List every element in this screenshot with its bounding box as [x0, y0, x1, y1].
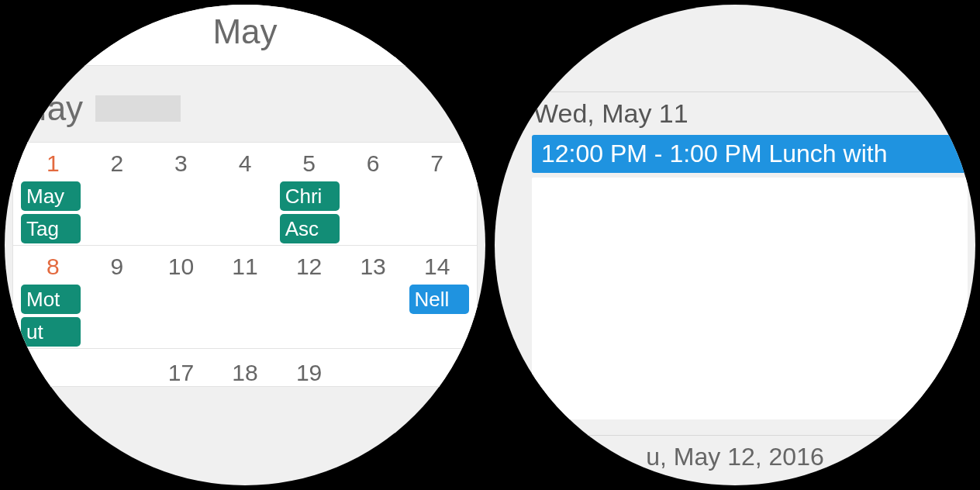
event-chip[interactable]: Asc	[280, 214, 340, 243]
day-header: Wed, May 11	[495, 92, 975, 133]
redacted-mask	[95, 95, 181, 122]
agenda-event[interactable]: 12:00 PM - 1:00 PM Lunch with	[532, 135, 968, 173]
month-title: May	[5, 5, 485, 66]
day-number-row: 1 2 3 4 5 6 7	[13, 143, 477, 180]
day-cell[interactable]: 14	[405, 254, 469, 280]
day-cell[interactable]	[341, 360, 405, 386]
event-row: May Chri	[13, 180, 477, 212]
day-cell[interactable]: 5	[277, 150, 341, 177]
month-subheader: May	[5, 66, 485, 142]
week-row: 1 2 3 4 5 6 7 May Chri Tag	[13, 143, 477, 246]
day-cell[interactable]: 12	[277, 254, 341, 280]
day-cell[interactable]: 9	[85, 254, 150, 280]
month-subtitle: May	[19, 89, 83, 128]
day-cell[interactable]	[405, 360, 469, 386]
day-cell[interactable]: 3	[149, 150, 213, 177]
day-cell[interactable]: 4	[213, 150, 278, 177]
day-cell[interactable]: 10	[149, 254, 213, 280]
day-cell[interactable]: 17	[149, 360, 213, 386]
event-chip[interactable]: May	[21, 181, 81, 211]
day-cell[interactable]: 19	[277, 360, 341, 386]
day-cell[interactable]: 6	[341, 150, 405, 177]
day-cell[interactable]: 2	[85, 150, 150, 177]
day-number-row: 8 9 10 11 12 13 14	[13, 246, 477, 283]
event-chip[interactable]: Chri	[280, 181, 340, 211]
day-cell[interactable]: 13	[341, 254, 405, 280]
event-row: ut	[13, 316, 477, 348]
event-chip[interactable]: Mot	[21, 285, 81, 314]
event-chip[interactable]: ut	[21, 317, 81, 347]
event-chip[interactable]: Tag	[21, 214, 81, 243]
day-cell[interactable]: 1	[21, 150, 85, 177]
day-cell[interactable]: 18	[213, 360, 278, 386]
next-day-header: u, May 12, 2016	[495, 435, 975, 471]
watch-left: May May 1 2 3 4 5 6 7 May Chri	[5, 5, 485, 485]
day-cell[interactable]: 11	[213, 254, 278, 280]
day-cell[interactable]	[85, 360, 150, 386]
calendar-grid: 1 2 3 4 5 6 7 May Chri Tag	[12, 142, 478, 387]
event-row: Mot Nell	[13, 283, 477, 316]
day-number-row: 17 18 19	[13, 349, 477, 386]
event-row: Tag Asc	[13, 212, 477, 245]
watch-right: Wed, May 11 12:00 PM - 1:00 PM Lunch wit…	[495, 5, 975, 485]
day-cell[interactable]: 8	[21, 254, 85, 280]
week-row: 8 9 10 11 12 13 14 Mot Nell ut	[13, 246, 477, 349]
agenda-body[interactable]	[532, 178, 968, 419]
event-chip[interactable]: Nell	[409, 285, 469, 314]
day-cell[interactable]	[21, 360, 85, 386]
day-cell[interactable]: 7	[405, 150, 469, 177]
